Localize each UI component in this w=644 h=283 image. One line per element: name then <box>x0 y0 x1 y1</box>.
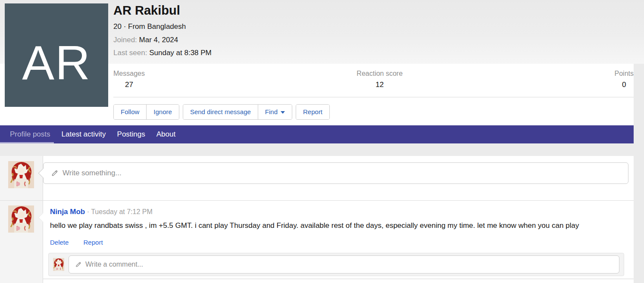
pencil-icon <box>75 261 81 268</box>
stat-messages-value[interactable]: 27 <box>113 81 145 89</box>
joined-row: Joined: Mar 4, 2024 <box>113 36 178 44</box>
post-divider <box>0 200 634 201</box>
joined-value: Mar 4, 2024 <box>139 36 178 44</box>
last-seen-row: Last seen: Sunday at 8:38 PM <box>113 49 212 57</box>
post-action-links: Delete Report <box>50 239 116 246</box>
stat-points-value: 0 <box>615 81 634 89</box>
post-header: Ninja Mob · Tuesday at 7:12 PM <box>50 208 153 216</box>
delete-link[interactable]: Delete <box>50 239 69 246</box>
profile-tab-bar: Profile posts Latest activity Postings A… <box>0 125 634 143</box>
profile-username: AR Rakibul <box>113 3 180 18</box>
post-body-text: hello we play randbats swiss , im +5.5 G… <box>50 221 630 230</box>
profile-age-location: 20 · From Bangladesh <box>113 22 186 31</box>
report-group: Report <box>296 104 330 120</box>
post-timestamp[interactable]: Tuesday at 7:12 PM <box>91 208 153 215</box>
stat-points-label: Points <box>615 70 634 78</box>
post-header-separator: · <box>87 208 89 215</box>
stat-reaction-score-value: 12 <box>356 81 403 89</box>
find-dropdown-button[interactable]: Find <box>258 105 292 119</box>
comment-composer[interactable] <box>69 255 619 274</box>
follow-ignore-group: Follow Ignore <box>113 104 179 120</box>
member-profile-page: AR AR Rakibul 20 · From Bangladesh Joine… <box>0 0 644 283</box>
caret-down-icon <box>281 111 285 114</box>
profile-action-buttons: Follow Ignore Send direct message Find R… <box>113 104 330 120</box>
stat-messages: Messages 27 <box>113 70 145 89</box>
profile-post-composer[interactable] <box>43 162 628 184</box>
stat-reaction-score: Reaction score 12 <box>356 70 403 89</box>
commenter-avatar[interactable] <box>53 258 64 271</box>
profile-posts-section: Ninja Mob · Tuesday at 7:12 PM hello we … <box>0 156 634 283</box>
profile-stats: Messages 27 Reaction score 12 Points 0 <box>113 70 634 89</box>
tab-about[interactable]: About <box>151 125 181 143</box>
current-user-avatar[interactable] <box>8 161 34 188</box>
send-direct-message-button[interactable]: Send direct message <box>183 105 258 119</box>
tab-latest-activity[interactable]: Latest activity <box>56 125 112 143</box>
post-author-link[interactable]: Ninja Mob <box>50 208 85 216</box>
stat-reaction-score-label: Reaction score <box>356 70 403 78</box>
page-right-margin <box>634 64 644 283</box>
find-label: Find <box>265 108 278 115</box>
last-seen-value: Sunday at 8:38 PM <box>149 49 212 57</box>
stat-points: Points 0 <box>615 70 634 89</box>
joined-label: Joined: <box>113 36 137 44</box>
follow-button[interactable]: Follow <box>114 105 146 119</box>
ignore-button[interactable]: Ignore <box>146 105 179 119</box>
bottom-divider <box>43 279 634 279</box>
last-seen-label: Last seen: <box>113 49 147 57</box>
tab-postings[interactable]: Postings <box>112 125 151 143</box>
section-gap <box>0 143 634 156</box>
report-button[interactable]: Report <box>296 105 329 119</box>
pencil-icon <box>51 170 58 177</box>
write-comment-input[interactable] <box>85 256 619 273</box>
write-something-input[interactable] <box>63 163 628 183</box>
dm-find-group: Send direct message Find <box>183 104 292 120</box>
tab-profile-posts[interactable]: Profile posts <box>4 125 56 143</box>
post-author-avatar[interactable] <box>8 205 34 233</box>
header-divider <box>113 97 634 97</box>
report-link[interactable]: Report <box>84 239 103 246</box>
comment-composer-area <box>48 253 624 276</box>
stat-messages-label: Messages <box>113 70 145 78</box>
profile-avatar-initials: AR <box>5 3 108 107</box>
